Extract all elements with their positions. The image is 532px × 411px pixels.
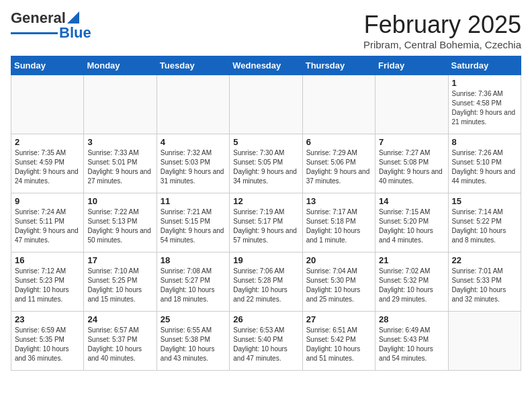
day-info: Sunrise: 7:12 AM Sunset: 5:23 PM Dayligh…: [15, 267, 80, 304]
calendar-cell: 27Sunrise: 6:51 AM Sunset: 5:42 PM Dayli…: [302, 312, 375, 371]
day-number: 12: [233, 196, 298, 206]
day-info: Sunrise: 6:59 AM Sunset: 5:35 PM Dayligh…: [15, 326, 80, 363]
day-info: Sunrise: 7:17 AM Sunset: 5:18 PM Dayligh…: [306, 208, 371, 245]
day-info: Sunrise: 7:04 AM Sunset: 5:30 PM Dayligh…: [306, 267, 371, 304]
day-number: 15: [452, 196, 517, 206]
calendar-cell: [375, 75, 448, 134]
day-info: Sunrise: 6:57 AM Sunset: 5:37 PM Dayligh…: [87, 326, 152, 363]
day-number: 2: [15, 137, 80, 147]
day-number: 27: [306, 314, 371, 324]
day-number: 7: [379, 137, 444, 147]
day-number: 4: [161, 137, 226, 147]
calendar-cell: 3Sunrise: 7:33 AM Sunset: 5:01 PM Daylig…: [84, 134, 157, 193]
day-number: 5: [233, 137, 298, 147]
day-number: 8: [452, 137, 517, 147]
calendar-cell: 7Sunrise: 7:27 AM Sunset: 5:08 PM Daylig…: [375, 134, 448, 193]
calendar-cell: [230, 75, 302, 134]
week-row-3: 9Sunrise: 7:24 AM Sunset: 5:11 PM Daylig…: [11, 193, 521, 253]
calendar-cell: 14Sunrise: 7:15 AM Sunset: 5:20 PM Dayli…: [375, 193, 448, 253]
calendar-cell: 19Sunrise: 7:06 AM Sunset: 5:28 PM Dayli…: [230, 253, 302, 312]
day-info: Sunrise: 7:33 AM Sunset: 5:01 PM Dayligh…: [87, 148, 152, 186]
day-number: 14: [379, 196, 444, 206]
day-number: 28: [379, 314, 444, 324]
day-info: Sunrise: 7:27 AM Sunset: 5:08 PM Dayligh…: [379, 148, 444, 186]
calendar-cell: 20Sunrise: 7:04 AM Sunset: 5:30 PM Dayli…: [302, 253, 375, 312]
calendar-cell: 2Sunrise: 7:35 AM Sunset: 4:59 PM Daylig…: [11, 134, 84, 193]
day-info: Sunrise: 7:08 AM Sunset: 5:27 PM Dayligh…: [161, 267, 226, 304]
page-header: General Blue February 2025 Pribram, Cent…: [11, 11, 521, 50]
day-info: Sunrise: 6:51 AM Sunset: 5:42 PM Dayligh…: [306, 326, 371, 363]
logo-underline: [11, 32, 58, 34]
day-info: Sunrise: 7:19 AM Sunset: 5:17 PM Dayligh…: [233, 208, 298, 245]
calendar-cell: 17Sunrise: 7:10 AM Sunset: 5:25 PM Dayli…: [84, 253, 157, 312]
weekday-header-saturday: Saturday: [448, 56, 521, 75]
day-number: 11: [161, 196, 226, 206]
calendar-cell: 12Sunrise: 7:19 AM Sunset: 5:17 PM Dayli…: [230, 193, 302, 253]
month-year-title: February 2025: [363, 11, 521, 39]
calendar-cell: 13Sunrise: 7:17 AM Sunset: 5:18 PM Dayli…: [302, 193, 375, 253]
calendar-cell: 26Sunrise: 6:53 AM Sunset: 5:40 PM Dayli…: [230, 312, 302, 371]
day-info: Sunrise: 7:10 AM Sunset: 5:25 PM Dayligh…: [87, 267, 152, 304]
day-number: 17: [87, 255, 152, 265]
calendar-cell: [157, 75, 229, 134]
calendar-cell: 22Sunrise: 7:01 AM Sunset: 5:33 PM Dayli…: [448, 253, 521, 312]
logo-blue: Blue: [59, 24, 91, 42]
day-info: Sunrise: 7:26 AM Sunset: 5:10 PM Dayligh…: [452, 148, 517, 186]
day-number: 22: [452, 255, 517, 265]
calendar-cell: [302, 75, 375, 134]
day-number: 26: [233, 314, 298, 324]
day-info: Sunrise: 7:24 AM Sunset: 5:11 PM Dayligh…: [15, 208, 80, 245]
day-info: Sunrise: 6:53 AM Sunset: 5:40 PM Dayligh…: [233, 326, 298, 363]
day-number: 21: [379, 255, 444, 265]
day-info: Sunrise: 7:30 AM Sunset: 5:05 PM Dayligh…: [233, 148, 298, 186]
calendar-cell: 5Sunrise: 7:30 AM Sunset: 5:05 PM Daylig…: [230, 134, 302, 193]
weekday-header-row: SundayMondayTuesdayWednesdayThursdayFrid…: [11, 56, 521, 75]
week-row-2: 2Sunrise: 7:35 AM Sunset: 4:59 PM Daylig…: [11, 134, 521, 193]
calendar-cell: 16Sunrise: 7:12 AM Sunset: 5:23 PM Dayli…: [11, 253, 84, 312]
day-number: 10: [87, 196, 152, 206]
calendar-cell: [11, 75, 84, 134]
weekday-header-wednesday: Wednesday: [230, 56, 302, 75]
day-number: 6: [306, 137, 371, 147]
day-info: Sunrise: 7:06 AM Sunset: 5:28 PM Dayligh…: [233, 267, 298, 304]
calendar-cell: 8Sunrise: 7:26 AM Sunset: 5:10 PM Daylig…: [448, 134, 521, 193]
calendar-cell: 10Sunrise: 7:22 AM Sunset: 5:13 PM Dayli…: [84, 193, 157, 253]
day-info: Sunrise: 7:02 AM Sunset: 5:32 PM Dayligh…: [379, 267, 444, 304]
week-row-5: 23Sunrise: 6:59 AM Sunset: 5:35 PM Dayli…: [11, 312, 521, 371]
calendar-cell: 25Sunrise: 6:55 AM Sunset: 5:38 PM Dayli…: [157, 312, 229, 371]
day-info: Sunrise: 7:29 AM Sunset: 5:06 PM Dayligh…: [306, 148, 371, 186]
day-number: 18: [161, 255, 226, 265]
weekday-header-sunday: Sunday: [11, 56, 84, 75]
day-info: Sunrise: 7:21 AM Sunset: 5:15 PM Dayligh…: [161, 208, 226, 245]
calendar-cell: 24Sunrise: 6:57 AM Sunset: 5:37 PM Dayli…: [84, 312, 157, 371]
calendar-cell: 6Sunrise: 7:29 AM Sunset: 5:06 PM Daylig…: [302, 134, 375, 193]
day-number: 25: [161, 314, 226, 324]
day-number: 3: [87, 137, 152, 147]
calendar-cell: 23Sunrise: 6:59 AM Sunset: 5:35 PM Dayli…: [11, 312, 84, 371]
calendar-cell: 11Sunrise: 7:21 AM Sunset: 5:15 PM Dayli…: [157, 193, 229, 253]
week-row-4: 16Sunrise: 7:12 AM Sunset: 5:23 PM Dayli…: [11, 253, 521, 312]
calendar-cell: [84, 75, 157, 134]
calendar-cell: 1Sunrise: 7:36 AM Sunset: 4:58 PM Daylig…: [448, 75, 521, 134]
calendar-cell: 21Sunrise: 7:02 AM Sunset: 5:32 PM Dayli…: [375, 253, 448, 312]
day-info: Sunrise: 7:14 AM Sunset: 5:22 PM Dayligh…: [452, 208, 517, 245]
day-number: 20: [306, 255, 371, 265]
day-info: Sunrise: 6:55 AM Sunset: 5:38 PM Dayligh…: [161, 326, 226, 363]
calendar-cell: 4Sunrise: 7:32 AM Sunset: 5:03 PM Daylig…: [157, 134, 229, 193]
day-number: 16: [15, 255, 80, 265]
weekday-header-friday: Friday: [375, 56, 448, 75]
weekday-header-thursday: Thursday: [302, 56, 375, 75]
calendar-table: SundayMondayTuesdayWednesdayThursdayFrid…: [11, 56, 521, 371]
calendar-cell: 15Sunrise: 7:14 AM Sunset: 5:22 PM Dayli…: [448, 193, 521, 253]
day-number: 23: [15, 314, 80, 324]
logo-triangle-icon: [67, 11, 79, 24]
calendar-cell: [448, 312, 521, 371]
day-info: Sunrise: 7:22 AM Sunset: 5:13 PM Dayligh…: [87, 208, 152, 245]
day-number: 24: [87, 314, 152, 324]
title-section: February 2025 Pribram, Central Bohemia, …: [363, 11, 521, 50]
day-number: 9: [15, 196, 80, 206]
day-info: Sunrise: 7:01 AM Sunset: 5:33 PM Dayligh…: [452, 267, 517, 304]
day-number: 1: [452, 78, 517, 88]
calendar-cell: 9Sunrise: 7:24 AM Sunset: 5:11 PM Daylig…: [11, 193, 84, 253]
day-info: Sunrise: 7:36 AM Sunset: 4:58 PM Dayligh…: [452, 89, 517, 127]
